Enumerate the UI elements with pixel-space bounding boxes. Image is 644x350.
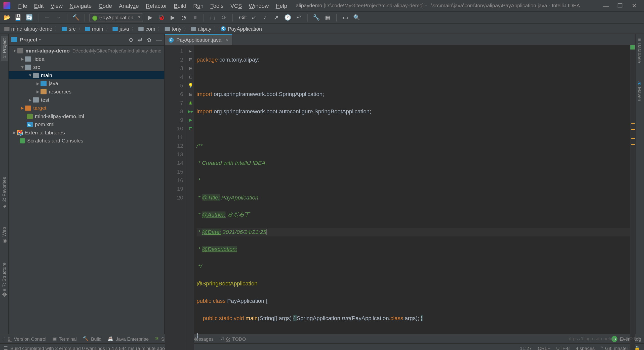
title-bar: File Edit View Navigate Code Analyze Ref… (0, 0, 644, 12)
menu-build[interactable]: Build (170, 1, 190, 10)
tab-web[interactable]: ◉Web (1, 225, 8, 247)
menu-view[interactable]: View (47, 1, 66, 10)
crumb-root[interactable]: mind-alipay-demo (3, 26, 54, 32)
editor-body[interactable]: 123456789101112131415161920 ▸⊟⊟⊟💡⊟◉▶▸▶ ⊟… (165, 45, 635, 350)
expand-icon[interactable]: ⇄ (138, 36, 143, 43)
crumb-com[interactable]: com (137, 26, 157, 32)
structure-icon[interactable]: ▦ (324, 13, 332, 22)
tool-version-control[interactable]: ᛘ 9: Version Control (3, 336, 46, 341)
tool-java-enterprise[interactable]: ☕ Java Enterprise (108, 336, 149, 341)
profile-icon[interactable]: ◔ (180, 13, 188, 22)
tool-build[interactable]: 🔨 Build (83, 336, 102, 341)
run-icon[interactable]: ▶ (146, 13, 154, 22)
project-view-title[interactable]: Project (20, 37, 37, 43)
tab-structure[interactable]: �≡7: Structure (1, 260, 8, 299)
back-icon[interactable]: ← (43, 13, 51, 22)
settings-icon[interactable]: 🔧 (312, 13, 321, 22)
tab-database[interactable]: ≡Database (636, 36, 643, 66)
open-icon[interactable]: 📂 (3, 13, 11, 22)
debug-icon[interactable]: 🐞 (157, 13, 166, 22)
editor-area: C PayApplication.java × 1234567891011121… (165, 34, 635, 334)
stop-icon[interactable]: ■ (191, 13, 199, 22)
nav-breadcrumb: mind-alipay-demo〉 src〉 main〉 java〉 com〉 … (0, 24, 644, 34)
warning-mark[interactable] (631, 144, 635, 145)
ide-logo (4, 2, 10, 9)
crumb-tony[interactable]: tony (163, 26, 183, 32)
crumb-src[interactable]: src (60, 26, 77, 32)
menu-edit[interactable]: Edit (31, 1, 47, 10)
class-icon: C (169, 37, 174, 42)
sync-icon[interactable]: 🔄 (25, 13, 33, 22)
menu-refactor[interactable]: Refactor (142, 1, 171, 10)
menu-navigate[interactable]: Navigate (66, 1, 95, 10)
attach-icon[interactable]: ⬚ (209, 13, 217, 22)
tree-target[interactable]: ▶target (9, 104, 164, 112)
tree-scratches[interactable]: Scratches and Consoles (9, 136, 164, 145)
tree-external-libs[interactable]: ▶📚External Libraries (9, 128, 164, 137)
tree-java[interactable]: ▶java (9, 79, 164, 87)
close-button[interactable]: ✕ (632, 2, 637, 9)
project-panel-header: Project ▾ ⊕ ⇄ ✿ — (9, 34, 164, 45)
git-pull-icon[interactable]: ↙ (250, 13, 258, 22)
menu-window[interactable]: Window (245, 1, 272, 10)
tab-maven[interactable]: mMaven (636, 79, 643, 104)
menu-analyze[interactable]: Analyze (115, 1, 142, 10)
warning-mark[interactable] (631, 138, 635, 138)
menu-tools[interactable]: Tools (207, 1, 227, 10)
main-menu: File Edit View Navigate Code Analyze Ref… (15, 1, 291, 10)
lock-icon[interactable]: 🔒 (634, 345, 640, 350)
minimize-button[interactable]: — (603, 2, 609, 9)
coverage-icon[interactable]: ▶̤ (168, 13, 177, 22)
crumb-class[interactable]: CPayApplication (219, 26, 264, 32)
menu-run[interactable]: Run (190, 1, 207, 10)
line-numbers: 123456789101112131415161920 (165, 45, 187, 350)
tree-root[interactable]: ▼mind-alipay-demoD:\code\MyGiteeProject\… (9, 46, 164, 55)
window-title: alipaydemo [D:\code\MyGiteeProject\mind-… (296, 3, 580, 9)
menu-file[interactable]: File (15, 1, 30, 10)
git-commit-icon[interactable]: ✓ (261, 13, 269, 22)
crumb-main[interactable]: main (83, 26, 105, 32)
git-revert-icon[interactable]: ↶ (295, 13, 303, 22)
panel-settings-icon[interactable]: ✿ (147, 36, 152, 43)
menu-help[interactable]: Help (272, 1, 291, 10)
tree-resources[interactable]: ▶resources (9, 87, 164, 96)
screen-icon[interactable]: ▭ (341, 13, 350, 22)
status-icon[interactable]: ☰ (4, 345, 8, 350)
toolbar: 📂 💾 🔄 ← → 🔨 PayApplication ▶ 🐞 ▶̤ ◔ ■ ⬚ … (0, 12, 644, 24)
tab-favorites[interactable]: ★2: Favorites (1, 174, 8, 212)
tree-idea[interactable]: ▶.idea (9, 55, 164, 63)
git-history-icon[interactable]: 🕐 (283, 13, 292, 22)
project-tree[interactable]: ▼mind-alipay-demoD:\code\MyGiteeProject\… (9, 46, 164, 334)
hide-panel-icon[interactable]: — (156, 36, 162, 43)
right-tool-strip: ≡Database mMaven (635, 34, 644, 334)
crumb-alipay[interactable]: alipay (189, 26, 213, 32)
git-push-icon[interactable]: ↗ (272, 13, 281, 22)
tree-pom[interactable]: mpom.xml (9, 120, 164, 128)
menu-code[interactable]: Code (95, 1, 115, 10)
code-content[interactable]: package com.tony.alipay; import org.spri… (194, 45, 630, 350)
tree-test[interactable]: ▶test (9, 96, 164, 104)
update-icon[interactable]: ⟳ (220, 13, 228, 22)
warning-mark[interactable] (631, 123, 635, 123)
status-indicator (630, 45, 635, 49)
tree-iml[interactable]: mind-alipay-demo.iml (9, 112, 164, 120)
gutter-markers: ▸⊟⊟⊟💡⊟◉▶▸▶ ⊟ (187, 45, 194, 350)
warning-mark[interactable] (631, 129, 635, 130)
error-stripe[interactable] (630, 45, 635, 350)
tab-project[interactable]: 1: Project (1, 36, 8, 61)
build-icon[interactable]: 🔨 (72, 13, 80, 22)
locate-icon[interactable]: ⊕ (129, 36, 134, 43)
editor-tab-payapplication[interactable]: C PayApplication.java × (165, 34, 232, 45)
project-view-icon (11, 37, 17, 42)
tree-src[interactable]: ▼src (9, 63, 164, 71)
run-config-selector[interactable]: PayApplication (89, 13, 143, 22)
crumb-java[interactable]: java (111, 26, 131, 32)
maximize-button[interactable]: ❐ (617, 2, 623, 9)
tool-terminal[interactable]: ▣ Terminal (52, 336, 77, 341)
save-icon[interactable]: 💾 (14, 13, 22, 22)
forward-icon[interactable]: → (54, 13, 62, 22)
close-tab-icon[interactable]: × (226, 37, 229, 42)
tree-main[interactable]: ▼main (9, 71, 164, 79)
search-icon[interactable]: 🔍 (352, 13, 361, 22)
menu-vcs[interactable]: VCS (227, 1, 245, 10)
